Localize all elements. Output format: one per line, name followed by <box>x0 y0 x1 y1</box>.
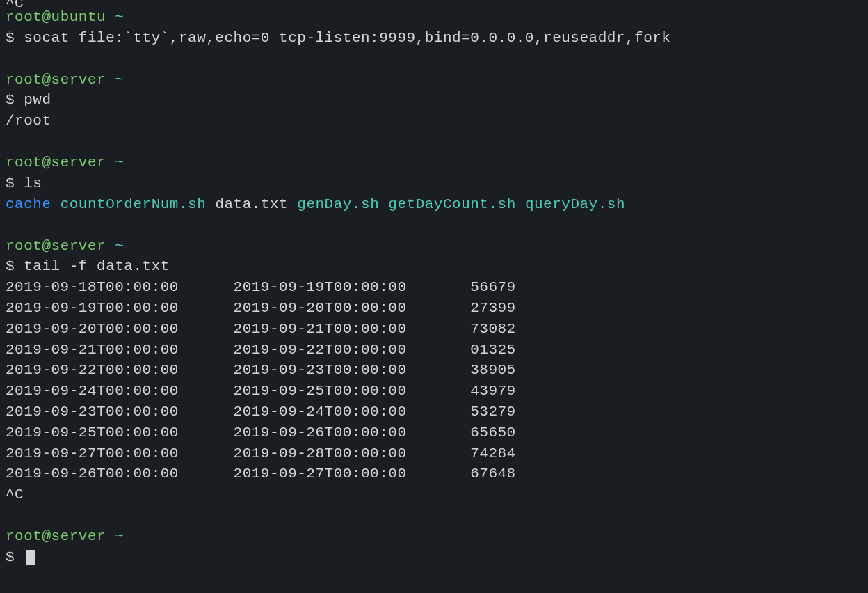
prompt-at: @ <box>42 238 51 254</box>
data-row: 2019-09-21T00:00:00 2019-09-22T00:00:00 … <box>6 340 862 361</box>
prompt-line: root@server ~ <box>6 236 862 257</box>
data-row: 2019-09-23T00:00:00 2019-09-24T00:00:00 … <box>6 402 862 422</box>
prompt-host: server <box>51 155 106 171</box>
ls-item: countOrderNum.sh <box>61 196 207 212</box>
ls-item: getDayCount.sh <box>388 196 515 212</box>
command-line[interactable]: $ pwd <box>6 90 862 111</box>
prompt-host: ubuntu <box>51 9 106 25</box>
data-row: 2019-09-25T00:00:00 2019-09-26T00:00:00 … <box>6 422 862 443</box>
ls-item: data.txt <box>215 196 288 212</box>
ls-item: queryDay.sh <box>525 196 625 212</box>
output-line: /root <box>6 111 862 132</box>
prompt-at: @ <box>42 155 51 171</box>
prompt-at: @ <box>42 72 51 88</box>
prompt-path: ~ <box>115 9 124 25</box>
data-row: 2019-09-22T00:00:00 2019-09-23T00:00:00 … <box>6 360 862 381</box>
prompt-line: root@server ~ <box>6 152 862 173</box>
prompt-host: server <box>51 528 106 544</box>
data-row: 2019-09-24T00:00:00 2019-09-25T00:00:00 … <box>6 381 862 402</box>
data-row: 2019-09-20T00:00:00 2019-09-21T00:00:00 … <box>6 319 862 340</box>
command-text: tail -f data.txt <box>24 258 170 274</box>
prompt-at: @ <box>42 9 51 25</box>
prompt-user: root <box>6 72 42 88</box>
command-line[interactable]: $ tail -f data.txt <box>6 256 862 277</box>
interrupt: ^C <box>6 484 862 505</box>
command-line[interactable]: $ <box>6 547 862 568</box>
prompt-line: root@server ~ <box>6 70 862 90</box>
command-line[interactable]: $ ls <box>6 173 862 194</box>
prompt-host: server <box>51 238 106 254</box>
prompt-user: root <box>6 155 42 171</box>
ls-item: genDay.sh <box>297 196 379 212</box>
prompt-user: root <box>6 238 42 254</box>
prompt-path: ~ <box>115 72 124 88</box>
prompt-user: root <box>6 9 42 25</box>
scrollback-fragment: ^C <box>6 0 862 7</box>
prompt-user: root <box>6 528 42 544</box>
ls-output: cache countOrderNum.sh data.txt genDay.s… <box>6 194 862 215</box>
prompt-line: root@ubuntu ~ <box>6 7 862 28</box>
prompt-path: ~ <box>115 155 124 171</box>
data-row: 2019-09-18T00:00:00 2019-09-19T00:00:00 … <box>6 277 862 298</box>
data-row: 2019-09-26T00:00:00 2019-09-27T00:00:00 … <box>6 464 862 484</box>
command-line[interactable]: $ socat file:`tty`,raw,echo=0 tcp-listen… <box>6 28 862 49</box>
ls-item: cache <box>6 196 51 212</box>
data-row: 2019-09-27T00:00:00 2019-09-28T00:00:00 … <box>6 443 862 464</box>
prompt-host: server <box>51 72 106 88</box>
command-text: socat file:`tty`,raw,echo=0 tcp-listen:9… <box>24 30 670 46</box>
cursor <box>26 550 35 565</box>
data-row: 2019-09-19T00:00:00 2019-09-20T00:00:00 … <box>6 298 862 319</box>
command-text: pwd <box>24 92 51 108</box>
prompt-line: root@server ~ <box>6 526 862 547</box>
prompt-at: @ <box>42 528 51 544</box>
prompt-path: ~ <box>115 528 124 544</box>
command-text: ls <box>24 175 42 191</box>
prompt-path: ~ <box>115 238 124 254</box>
